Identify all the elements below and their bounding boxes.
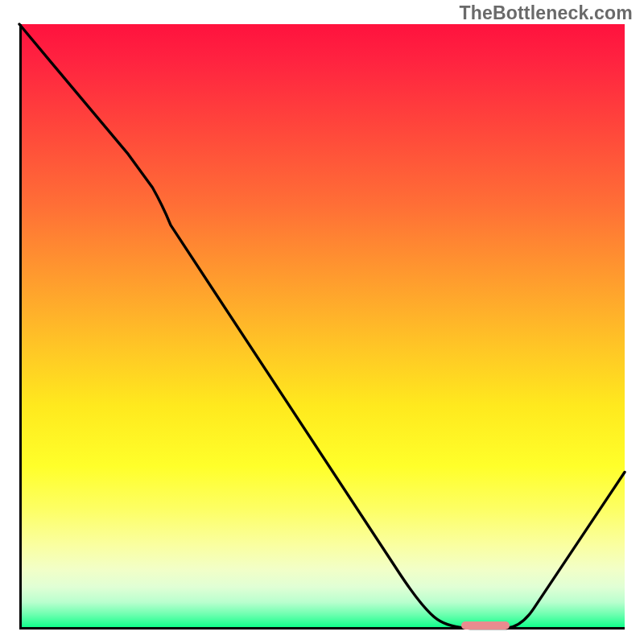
plot-area — [19, 24, 625, 630]
bottleneck-curve — [19, 24, 625, 630]
optimal-range-marker — [461, 621, 510, 630]
curve-path — [19, 24, 625, 628]
chart-container: TheBottleneck.com — [0, 0, 644, 644]
watermark-text: TheBottleneck.com — [459, 2, 633, 24]
